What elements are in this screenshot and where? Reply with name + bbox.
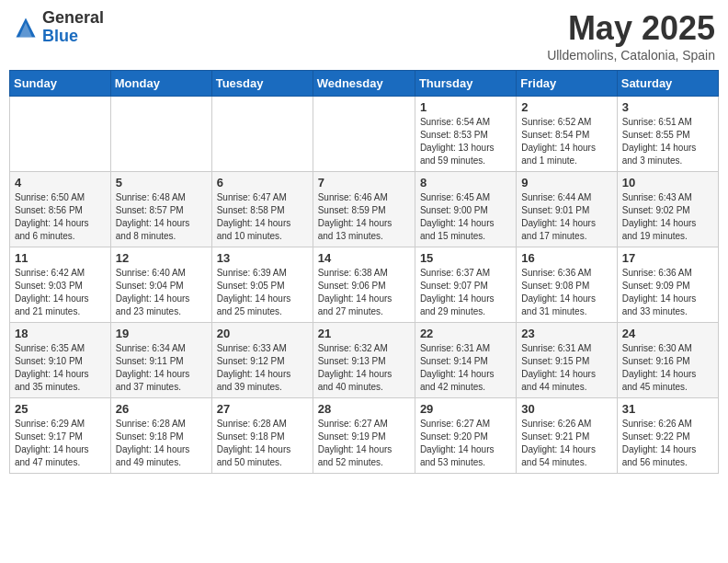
calendar-cell [110, 97, 211, 172]
calendar-cell: 20Sunrise: 6:33 AM Sunset: 9:12 PM Dayli… [211, 323, 313, 398]
day-info: Sunrise: 6:43 AM Sunset: 9:02 PM Dayligh… [622, 191, 713, 243]
day-info: Sunrise: 6:51 AM Sunset: 8:55 PM Dayligh… [622, 116, 713, 167]
logo-icon [13, 15, 39, 40]
day-number: 15 [420, 251, 511, 265]
logo-general-text: General [42, 8, 104, 27]
day-number: 12 [116, 251, 207, 265]
day-info: Sunrise: 6:35 AM Sunset: 9:10 PM Dayligh… [15, 342, 106, 394]
title-block: May 2025 Ulldemolins, Catalonia, Spain [547, 9, 715, 63]
day-info: Sunrise: 6:42 AM Sunset: 9:03 PM Dayligh… [15, 267, 106, 318]
day-header-friday: Friday [517, 71, 617, 97]
day-number: 24 [622, 327, 713, 340]
day-number: 18 [15, 327, 106, 340]
calendar-cell: 1Sunrise: 6:54 AM Sunset: 8:53 PM Daylig… [415, 97, 516, 172]
day-info: Sunrise: 6:54 AM Sunset: 8:53 PM Dayligh… [420, 116, 511, 167]
calendar-cell: 7Sunrise: 6:46 AM Sunset: 8:59 PM Daylig… [313, 172, 415, 247]
day-number: 26 [116, 402, 207, 416]
day-info: Sunrise: 6:46 AM Sunset: 8:59 PM Dayligh… [318, 191, 410, 243]
location-text: Ulldemolins, Catalonia, Spain [547, 48, 715, 63]
day-number: 4 [15, 176, 106, 190]
day-number: 11 [15, 251, 106, 265]
day-header-thursday: Thursday [415, 71, 516, 97]
calendar-cell: 29Sunrise: 6:27 AM Sunset: 9:20 PM Dayli… [415, 398, 516, 474]
calendar-cell: 12Sunrise: 6:40 AM Sunset: 9:04 PM Dayli… [110, 247, 211, 323]
calendar-week-row: 4Sunrise: 6:50 AM Sunset: 8:56 PM Daylig… [10, 172, 719, 247]
calendar-week-row: 18Sunrise: 6:35 AM Sunset: 9:10 PM Dayli… [10, 323, 719, 398]
day-header-sunday: Sunday [10, 71, 111, 97]
day-info: Sunrise: 6:26 AM Sunset: 9:21 PM Dayligh… [521, 418, 611, 469]
day-number: 29 [420, 402, 511, 416]
page-header: General Blue May 2025 Ulldemolins, Catal… [9, 9, 719, 63]
calendar-cell: 11Sunrise: 6:42 AM Sunset: 9:03 PM Dayli… [10, 247, 111, 323]
day-info: Sunrise: 6:47 AM Sunset: 8:58 PM Dayligh… [217, 191, 308, 243]
day-number: 20 [217, 327, 308, 340]
day-number: 13 [217, 251, 308, 265]
day-number: 7 [318, 176, 410, 190]
day-info: Sunrise: 6:38 AM Sunset: 9:06 PM Dayligh… [318, 267, 410, 318]
calendar-cell: 5Sunrise: 6:48 AM Sunset: 8:57 PM Daylig… [110, 172, 211, 247]
day-number: 3 [622, 100, 713, 114]
calendar-cell: 3Sunrise: 6:51 AM Sunset: 8:55 PM Daylig… [617, 97, 718, 172]
calendar-cell: 8Sunrise: 6:45 AM Sunset: 9:00 PM Daylig… [415, 172, 516, 247]
day-number: 28 [318, 402, 410, 416]
day-number: 6 [217, 176, 308, 190]
day-info: Sunrise: 6:30 AM Sunset: 9:16 PM Dayligh… [622, 342, 713, 394]
calendar-cell: 14Sunrise: 6:38 AM Sunset: 9:06 PM Dayli… [313, 247, 415, 323]
day-header-wednesday: Wednesday [313, 71, 415, 97]
day-info: Sunrise: 6:29 AM Sunset: 9:17 PM Dayligh… [15, 418, 106, 469]
day-number: 30 [521, 402, 611, 416]
calendar-cell: 15Sunrise: 6:37 AM Sunset: 9:07 PM Dayli… [415, 247, 516, 323]
day-number: 25 [15, 402, 106, 416]
day-info: Sunrise: 6:50 AM Sunset: 8:56 PM Dayligh… [15, 191, 106, 243]
day-info: Sunrise: 6:36 AM Sunset: 9:08 PM Dayligh… [521, 267, 611, 318]
calendar-cell [211, 97, 313, 172]
calendar-cell: 25Sunrise: 6:29 AM Sunset: 9:17 PM Dayli… [10, 398, 111, 474]
calendar-cell: 18Sunrise: 6:35 AM Sunset: 9:10 PM Dayli… [10, 323, 111, 398]
day-number: 9 [521, 176, 611, 190]
day-number: 1 [420, 100, 511, 114]
day-info: Sunrise: 6:40 AM Sunset: 9:04 PM Dayligh… [116, 267, 207, 318]
day-number: 14 [318, 251, 410, 265]
day-number: 17 [622, 251, 713, 265]
calendar-cell: 28Sunrise: 6:27 AM Sunset: 9:19 PM Dayli… [313, 398, 415, 474]
day-number: 21 [318, 327, 410, 340]
calendar-cell: 19Sunrise: 6:34 AM Sunset: 9:11 PM Dayli… [110, 323, 211, 398]
calendar-cell: 9Sunrise: 6:44 AM Sunset: 9:01 PM Daylig… [517, 172, 617, 247]
day-info: Sunrise: 6:52 AM Sunset: 8:54 PM Dayligh… [521, 116, 611, 167]
day-number: 5 [116, 176, 207, 190]
calendar-week-row: 25Sunrise: 6:29 AM Sunset: 9:17 PM Dayli… [10, 398, 719, 474]
calendar-cell [10, 97, 111, 172]
calendar-cell: 4Sunrise: 6:50 AM Sunset: 8:56 PM Daylig… [10, 172, 111, 247]
day-number: 23 [521, 327, 611, 340]
calendar-header-row: SundayMondayTuesdayWednesdayThursdayFrid… [10, 71, 719, 97]
day-info: Sunrise: 6:39 AM Sunset: 9:05 PM Dayligh… [217, 267, 308, 318]
calendar-table: SundayMondayTuesdayWednesdayThursdayFrid… [9, 70, 719, 474]
month-title: May 2025 [547, 9, 715, 48]
calendar-cell: 10Sunrise: 6:43 AM Sunset: 9:02 PM Dayli… [617, 172, 718, 247]
day-header-monday: Monday [110, 71, 211, 97]
calendar-cell: 17Sunrise: 6:36 AM Sunset: 9:09 PM Dayli… [617, 247, 718, 323]
day-number: 16 [521, 251, 611, 265]
day-info: Sunrise: 6:45 AM Sunset: 9:00 PM Dayligh… [420, 191, 511, 243]
day-info: Sunrise: 6:31 AM Sunset: 9:14 PM Dayligh… [420, 342, 511, 394]
calendar-cell: 27Sunrise: 6:28 AM Sunset: 9:18 PM Dayli… [211, 398, 313, 474]
day-info: Sunrise: 6:28 AM Sunset: 9:18 PM Dayligh… [217, 418, 308, 469]
day-info: Sunrise: 6:44 AM Sunset: 9:01 PM Dayligh… [521, 191, 611, 243]
day-info: Sunrise: 6:27 AM Sunset: 9:20 PM Dayligh… [420, 418, 511, 469]
calendar-cell: 24Sunrise: 6:30 AM Sunset: 9:16 PM Dayli… [617, 323, 718, 398]
day-info: Sunrise: 6:27 AM Sunset: 9:19 PM Dayligh… [318, 418, 410, 469]
day-info: Sunrise: 6:33 AM Sunset: 9:12 PM Dayligh… [217, 342, 308, 394]
calendar-week-row: 11Sunrise: 6:42 AM Sunset: 9:03 PM Dayli… [10, 247, 719, 323]
calendar-cell: 31Sunrise: 6:26 AM Sunset: 9:22 PM Dayli… [617, 398, 718, 474]
calendar-cell [313, 97, 415, 172]
calendar-cell: 13Sunrise: 6:39 AM Sunset: 9:05 PM Dayli… [211, 247, 313, 323]
calendar-cell: 22Sunrise: 6:31 AM Sunset: 9:14 PM Dayli… [415, 323, 516, 398]
day-number: 31 [622, 402, 713, 416]
day-header-tuesday: Tuesday [211, 71, 313, 97]
calendar-cell: 2Sunrise: 6:52 AM Sunset: 8:54 PM Daylig… [517, 97, 617, 172]
day-number: 10 [622, 176, 713, 190]
calendar-cell: 23Sunrise: 6:31 AM Sunset: 9:15 PM Dayli… [517, 323, 617, 398]
day-number: 19 [116, 327, 207, 340]
day-info: Sunrise: 6:36 AM Sunset: 9:09 PM Dayligh… [622, 267, 713, 318]
day-number: 2 [521, 100, 611, 114]
